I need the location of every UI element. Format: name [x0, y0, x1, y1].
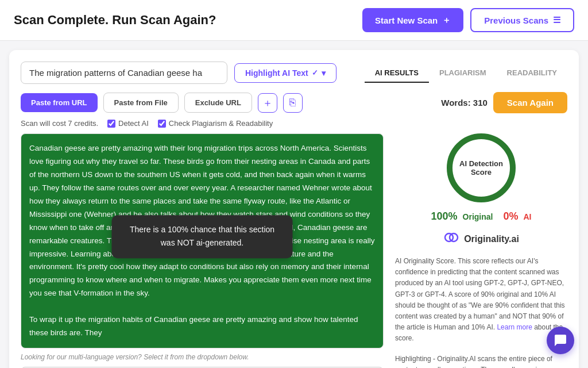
score-description: AI Originality Score. This score reflect…	[395, 256, 567, 344]
header: Scan Complete. Run Scan Again? Start New…	[0, 0, 588, 41]
original-score: 100% Original	[431, 210, 493, 223]
cost-label: Scan will cost 7 credits.	[21, 119, 98, 128]
score-circle-title: AI Detection Score	[459, 159, 503, 177]
chevron-down-icon: ▾	[322, 68, 326, 78]
brand-icon	[443, 229, 459, 249]
brand-name: Originality.ai	[464, 234, 519, 244]
share-icon-button[interactable]: ⎘	[283, 93, 303, 113]
text-input[interactable]: The migration patterns of Canadian geese…	[21, 62, 227, 84]
highlighting-note: Highlighting - Originality.AI scans the …	[395, 354, 567, 369]
words-count: Words: 310	[441, 98, 488, 108]
header-buttons: Start New Scan ＋ Previous Scans ☰	[362, 8, 574, 32]
originality-brand: Originality.ai	[395, 229, 567, 249]
main-card: The migration patterns of Canadian geese…	[9, 50, 579, 368]
page-title: Scan Complete. Run Scan Again?	[14, 13, 216, 28]
cost-row: Scan will cost 7 credits. Detect AI Chec…	[21, 119, 567, 128]
ai-score: 0% AI	[503, 210, 531, 223]
check-plagiarism-checkbox[interactable]	[158, 120, 166, 128]
scan-again-button[interactable]: Scan Again	[493, 92, 567, 113]
tooltip: There is a 100% chance that this section…	[112, 215, 293, 259]
results-tabs: AI RESULTS PLAGIARISM READABILITY	[365, 64, 567, 82]
start-new-scan-button[interactable]: Start New Scan ＋	[362, 8, 463, 32]
detect-ai-checkbox[interactable]	[107, 120, 115, 128]
tab-readability[interactable]: READABILITY	[497, 64, 567, 83]
tab-plagiarism[interactable]: PLAGIARISM	[429, 64, 497, 83]
language-note: Looking for our multi-language version? …	[21, 353, 384, 361]
previous-scans-button[interactable]: Previous Scans ☰	[470, 8, 574, 32]
learn-more-link[interactable]: Learn more	[497, 323, 532, 331]
tab-ai-results[interactable]: AI RESULTS	[365, 64, 429, 83]
add-icon-button[interactable]: ＋	[258, 93, 277, 113]
score-circle: AI Detection Score	[447, 133, 516, 202]
content-area: Canadian geese are pretty amazing with t…	[21, 133, 567, 368]
chat-button[interactable]	[547, 327, 574, 354]
plus-icon: ＋	[442, 15, 451, 26]
left-panel: Canadian geese are pretty amazing with t…	[21, 133, 384, 368]
score-circle-wrap: AI Detection Score	[395, 133, 567, 202]
check-plagiarism-checkbox-label[interactable]: Check Plagiarism & Readability	[158, 119, 273, 128]
paste-file-button[interactable]: Paste from File	[103, 93, 179, 113]
checkmark-icon: ✓	[312, 68, 318, 77]
menu-icon: ☰	[553, 15, 560, 25]
text-highlight-area: Canadian geese are pretty amazing with t…	[21, 133, 384, 348]
right-panel: AI Detection Score 100% Original 0% AI	[395, 133, 567, 368]
highlighted-text-2: To wrap it up the migration habits of Ca…	[29, 315, 358, 337]
score-row: 100% Original 0% AI	[395, 210, 567, 223]
highlight-ai-text-button[interactable]: Highlight AI Text ✓ ▾	[234, 63, 336, 83]
second-row: Paste from URL Paste from File Exclude U…	[21, 92, 567, 113]
exclude-url-button[interactable]: Exclude URL	[184, 93, 252, 113]
paste-url-button[interactable]: Paste from URL	[21, 93, 98, 112]
top-row: The migration patterns of Canadian geese…	[21, 62, 567, 84]
detect-ai-checkbox-label[interactable]: Detect AI	[107, 119, 149, 128]
